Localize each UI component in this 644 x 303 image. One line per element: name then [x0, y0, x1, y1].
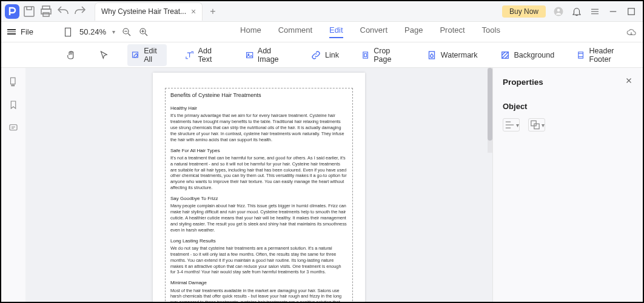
crop-page-label: Crop Page	[374, 47, 404, 64]
undo-icon[interactable]	[56, 4, 70, 19]
link-icon	[310, 50, 321, 61]
maximize-icon[interactable]	[626, 6, 637, 17]
close-icon[interactable]: ×	[191, 7, 196, 16]
svg-rect-0	[24, 7, 34, 16]
menu-edit[interactable]: Edit	[329, 25, 343, 38]
watermark-icon	[426, 50, 437, 61]
edit-toolbar: Edit All Add Text Add Image Link Crop Pa…	[1, 42, 643, 68]
user-icon[interactable]	[553, 6, 564, 17]
text-icon	[185, 50, 194, 61]
menu-comment[interactable]: Comment	[278, 25, 312, 38]
header-footer-button[interactable]: Header Footer	[572, 44, 634, 66]
tab-title: Why Cysteine Hair Treat...	[101, 7, 186, 16]
crop-page-button[interactable]: Crop Page	[357, 44, 408, 66]
zoom-out-icon[interactable]	[121, 27, 132, 38]
zoom-controls: 50.24% ▾	[62, 27, 149, 38]
header-footer-icon	[576, 50, 585, 61]
file-label: File	[21, 27, 33, 36]
redo-icon[interactable]	[73, 4, 87, 19]
main-menu: Home Comment Edit Convert Page Protect T…	[240, 25, 500, 38]
arrange-tool[interactable]: ▾	[528, 118, 545, 132]
menu-home[interactable]: Home	[240, 25, 261, 38]
save-icon[interactable]	[22, 4, 36, 19]
section-heading: Healthy Hair	[170, 105, 347, 112]
left-rail	[1, 68, 25, 302]
section-heading: Long Lasting Results	[170, 238, 347, 244]
print-icon[interactable]	[39, 4, 53, 19]
section-heading: Safe For All Hair Types	[170, 148, 347, 154]
svg-rect-7	[65, 28, 70, 36]
hand-icon	[65, 50, 76, 61]
menu-convert[interactable]: Convert	[360, 25, 388, 38]
add-image-button[interactable]: Add Image	[241, 44, 292, 66]
panel-title: Properties	[503, 78, 543, 87]
close-panel-icon[interactable]	[625, 76, 633, 87]
doc-title: Benefits of Cysteine Hair Treatments	[170, 92, 347, 99]
svg-point-5	[557, 8, 560, 12]
file-menu[interactable]: File	[7, 27, 33, 36]
svg-rect-19	[10, 125, 17, 130]
menu-page[interactable]: Page	[404, 25, 423, 38]
hamburger-icon	[7, 29, 16, 35]
zoom-value[interactable]: 50.24%	[79, 27, 106, 36]
page-icon[interactable]	[62, 27, 73, 38]
section-paragraph: Many people complain about hair frizz. T…	[170, 203, 347, 233]
document-tab[interactable]: Why Cysteine Hair Treat... ×	[95, 2, 203, 21]
svg-rect-18	[12, 85, 15, 86]
titlebar: Why Cysteine Hair Treat... × + Buy Now	[1, 1, 643, 22]
add-image-label: Add Image	[258, 47, 289, 64]
add-text-label: Add Text	[198, 47, 223, 64]
link-label: Link	[325, 51, 339, 59]
minimize-icon[interactable]	[608, 6, 619, 17]
chevron-down-icon[interactable]: ▾	[112, 28, 115, 35]
canvas[interactable]: Benefits of Cysteine Hair Treatments Hea…	[25, 68, 492, 302]
app-logo[interactable]	[5, 4, 19, 19]
svg-rect-11	[246, 52, 252, 58]
hand-tool[interactable]	[62, 47, 80, 63]
text-selection-box[interactable]: Benefits of Cysteine Hair Treatments Hea…	[165, 88, 353, 302]
edit-all-button[interactable]: Edit All	[127, 44, 167, 66]
section-paragraph: It's the primary advantage that we aim f…	[170, 113, 347, 142]
svg-rect-17	[11, 78, 16, 84]
align-tool[interactable]: ▾	[503, 118, 520, 132]
cloud-icon[interactable]	[626, 27, 637, 38]
titlebar-right: Buy Now	[502, 5, 643, 18]
menubar: File 50.24% ▾ Home Comment Edit Convert …	[1, 22, 643, 42]
scrollbar-thumb[interactable]	[488, 68, 492, 141]
header-footer-label: Header Footer	[589, 47, 631, 64]
background-label: Background	[514, 51, 555, 59]
section-paragraph: We do not say that cysteine hair treatme…	[170, 245, 347, 275]
cursor-icon	[98, 50, 109, 61]
section-heading: Say Goodbye To Frizz	[170, 196, 347, 202]
svg-rect-20	[531, 121, 536, 125]
section-heading: Minimal Damage	[170, 280, 347, 286]
document-page: Benefits of Cysteine Hair Treatments Hea…	[153, 73, 365, 302]
crop-icon	[361, 50, 370, 61]
svg-rect-13	[363, 52, 368, 58]
buy-now-button[interactable]: Buy Now	[502, 5, 546, 18]
background-button[interactable]: Background	[496, 47, 558, 63]
properties-panel: Properties Object ▾ ▾	[492, 68, 643, 302]
edit-icon	[131, 50, 140, 61]
panel-subtitle: Object	[503, 102, 633, 111]
object-tools: ▾ ▾	[503, 118, 633, 132]
select-tool[interactable]	[95, 47, 113, 63]
zoom-in-icon[interactable]	[138, 27, 149, 38]
thumbnails-icon[interactable]	[8, 76, 19, 87]
add-text-button[interactable]: Add Text	[181, 44, 226, 66]
svg-rect-3	[43, 13, 49, 16]
menu-protect[interactable]: Protect	[440, 25, 465, 38]
add-tab-icon[interactable]: +	[210, 6, 215, 17]
bell-icon[interactable]	[571, 6, 582, 17]
svg-rect-21	[534, 124, 539, 128]
comment-rail-icon[interactable]	[8, 122, 19, 133]
section-paragraph: It's not a treatment that can be harmful…	[170, 155, 347, 191]
image-icon	[245, 50, 254, 61]
menu-tools[interactable]: Tools	[482, 25, 500, 38]
menu-icon[interactable]	[589, 6, 600, 17]
watermark-button[interactable]: Watermark	[423, 47, 481, 63]
svg-rect-6	[628, 8, 635, 15]
watermark-label: Watermark	[441, 51, 478, 59]
link-button[interactable]: Link	[307, 47, 343, 63]
bookmark-icon[interactable]	[8, 99, 19, 110]
